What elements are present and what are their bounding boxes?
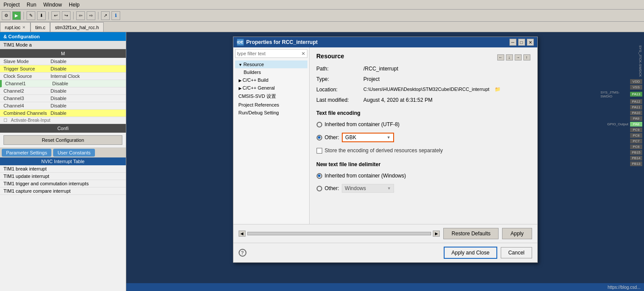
nav-item-run-debug[interactable]: Run/Debug Setting (235, 109, 307, 117)
chip-pin-pa13: SYS_JTMS-SWDIO PA13 (600, 90, 642, 98)
nvic-item-0: TIM1 break interrupt (0, 165, 126, 173)
restore-defaults-button[interactable]: Restore Defaults (443, 228, 499, 239)
tab-label: rupt.ioc (5, 25, 20, 30)
inherited-encoding-row: Inherited from container (UTF-8) (317, 121, 530, 127)
config-row-clock: Clock Source Internal Clock (0, 73, 126, 80)
channel1-value: Disable (52, 81, 68, 86)
toolbar: ⚙ ▶ ✎ ⬇ ↩ ↪ ⇦ ⇨ ↗ ℹ (0, 10, 644, 22)
inherited-encoding-radio[interactable] (317, 122, 322, 127)
pin-pb14-box: PB14 (630, 156, 642, 161)
tab-tim-c[interactable]: tim.c (30, 22, 50, 32)
delimiter-dropdown[interactable]: Windows ▼ (342, 184, 394, 193)
apply-and-close-button[interactable]: Apply and Close (444, 247, 497, 259)
store-encoding-checkbox[interactable] (317, 148, 322, 154)
nav-forward-button[interactable]: → (515, 54, 522, 60)
nav-item-cpp-general[interactable]: C/C++ General (235, 84, 307, 92)
toolbar-btn-6[interactable]: ↪ (62, 11, 71, 20)
scroll-right-button[interactable]: ▶ (433, 231, 440, 237)
reset-configuration-button[interactable]: Reset Configuration (3, 135, 122, 145)
parameter-settings-tab[interactable]: Parameter Settings (2, 149, 51, 157)
tab-rupt-ioc[interactable]: rupt.ioc ✕ (0, 22, 30, 32)
toolbar-btn-1[interactable]: ⚙ (2, 11, 10, 20)
pin-pb13-box: PB13 (630, 161, 642, 166)
nav-item-project-refs[interactable]: Project References (235, 101, 307, 109)
tab-close-icon[interactable]: ✕ (22, 25, 26, 30)
path-row: Path: /RCC_interrupt (317, 66, 530, 72)
toolbar-btn-4[interactable]: ⬇ (37, 11, 46, 20)
tab-label: stm32f1xx_hal_rcc.h (55, 25, 99, 30)
toolbar-btn-5[interactable]: ↩ (51, 11, 60, 20)
help-icon[interactable]: ? (239, 249, 246, 257)
dialog-nav: ✕ Resource Builders C/C++ Build C/C++ Ge… (233, 47, 310, 224)
pin-pa13-box[interactable]: PA13 (630, 92, 642, 97)
menu-help[interactable]: Help (69, 2, 80, 8)
inherited-delimiter-row: Inherited from container (Windows) (317, 173, 530, 179)
chip-pin-pc7: PC7 (630, 139, 642, 144)
toolbar-btn-3[interactable]: ✎ (27, 11, 35, 20)
clock-source-label: Clock Source (3, 74, 47, 79)
apply-button[interactable]: Apply (502, 228, 532, 239)
last-modified-row: Last modified: August 4, 2020 at 6:31:52… (317, 97, 530, 103)
dialog-bottom-bar: ? Apply and Close Cancel (233, 243, 537, 262)
chip-pin-pa12: PA12 (630, 99, 642, 104)
nav-back-button[interactable]: ← (497, 54, 504, 60)
nav-up-button[interactable]: ↑ (523, 54, 530, 60)
nav-down-button[interactable]: ↓ (506, 54, 513, 60)
other-delimiter-radio[interactable] (317, 186, 322, 191)
location-label: Location: (317, 87, 360, 93)
nav-subitem-builders[interactable]: Builders (235, 68, 307, 76)
config-row-combined: Combined Channels Disable (0, 110, 126, 117)
toolbar-separator (24, 12, 24, 20)
dialog-minimize-button[interactable]: ─ (509, 39, 516, 46)
cancel-button[interactable]: Cancel (501, 247, 532, 258)
pin-pa8-box[interactable]: PA8 (630, 122, 642, 127)
pin-pa12-box: PA12 (630, 99, 642, 104)
channel2-value: Disable (51, 88, 67, 94)
user-constants-tab[interactable]: User Constants (53, 149, 95, 157)
menu-run[interactable]: Run (27, 2, 36, 8)
trigger-source-label: Trigger Source (3, 66, 47, 71)
menu-project[interactable]: Project (3, 2, 20, 8)
scroll-nav-right: ▶ (433, 231, 440, 237)
toolbar-btn-info[interactable]: ℹ (111, 11, 120, 20)
pin-pc8-box: PC8 (630, 133, 642, 138)
dialog-content: Resource ← ↓ → ↑ Path: /RCC_interrup (310, 47, 537, 224)
other-delimiter-label: Other: (325, 185, 339, 191)
nav-item-cmsis[interactable]: CMSIS-SVD 设置 (235, 92, 307, 101)
other-delimiter-row: Other: Windows ▼ (317, 184, 530, 193)
filter-clear-button[interactable]: ✕ (300, 50, 307, 57)
filter-input[interactable] (236, 50, 300, 57)
tabs-bar: rupt.ioc ✕ tim.c stm32f1xx_hal_rcc.h (0, 22, 644, 32)
dialog-close-button[interactable]: ✕ (527, 39, 534, 46)
status-bar: https://blog.csd... (126, 283, 644, 291)
scrollbar-track[interactable] (247, 232, 432, 235)
toolbar-btn-7[interactable]: ⇦ (76, 11, 85, 20)
nav-arrows: ← ↓ → ↑ (497, 54, 530, 60)
scroll-nav: ◀ (239, 231, 246, 237)
tab-hal-rcc[interactable]: stm32f1xx_hal_rcc.h (50, 22, 104, 32)
inherited-delimiter-radio[interactable] (317, 173, 322, 179)
nvic-section: NVIC Interrupt Table (0, 157, 126, 165)
encoding-dropdown[interactable]: GBK ▼ (342, 133, 394, 142)
other-encoding-radio[interactable] (317, 135, 322, 140)
dialog-maximize-button[interactable]: □ (518, 39, 525, 46)
toolbar-btn-8[interactable]: ⇨ (87, 11, 95, 20)
channel4-label: Channel4 (3, 103, 47, 108)
toolbar-btn-2[interactable]: ▶ (12, 11, 21, 20)
path-value: /RCC_interrupt (364, 66, 398, 72)
right-panel: IDE Properties for RCC_interrupt ─ □ ✕ (126, 32, 644, 291)
scroll-left-button[interactable]: ◀ (239, 231, 246, 237)
config-row-slave: Slave Mode Disable (0, 58, 126, 65)
config-row-ch3: Channel3 Disable (0, 95, 126, 102)
inherited-encoding-label: Inherited from container (UTF-8) (325, 121, 400, 127)
nav-item-resource[interactable]: Resource (235, 60, 307, 68)
pin-pb15-box: PB15 (630, 150, 642, 155)
location-browse-icon[interactable]: 📁 (495, 87, 501, 93)
menu-window[interactable]: Window (43, 2, 62, 8)
chip-pin-pb14: PB14 (630, 156, 642, 161)
toolbar-btn-export[interactable]: ↗ (101, 11, 110, 20)
config-section: Confi (0, 124, 126, 133)
nav-item-cpp-build[interactable]: C/C++ Build (235, 76, 307, 84)
encoding-dropdown-arrow: ▼ (387, 135, 391, 140)
nvic-item-1: TIM1 update interrupt (0, 173, 126, 180)
